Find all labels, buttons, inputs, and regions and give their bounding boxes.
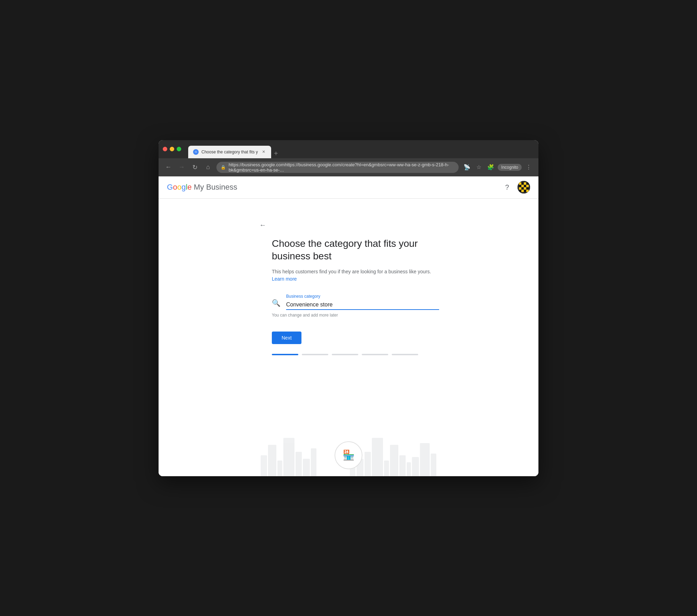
svg-rect-10 xyxy=(519,187,521,190)
search-icon: 🔍 xyxy=(272,299,281,307)
nav-actions: ? xyxy=(501,181,530,193)
google-wordmark: Google xyxy=(167,183,192,192)
page-content: Google My Business ? xyxy=(159,176,538,476)
svg-rect-2 xyxy=(519,182,521,185)
url-domain: https://business.google.com xyxy=(229,162,285,167)
svg-rect-15 xyxy=(521,190,524,192)
minimize-window-button[interactable] xyxy=(170,147,174,151)
tab-title: Choose the category that fits y xyxy=(201,150,258,154)
close-window-button[interactable] xyxy=(163,147,167,151)
main-content: ← Choose the category that fits your bus… xyxy=(159,199,538,476)
google-logo: Google My Business xyxy=(167,183,237,192)
address-actions: 📡 ☆ 🧩 Incognito ⋮ xyxy=(462,162,534,172)
input-label: Business category xyxy=(286,294,439,299)
back-button[interactable]: ← xyxy=(163,162,173,172)
input-wrapper: 🔍 Business category xyxy=(272,294,439,310)
tab-favicon: G xyxy=(193,149,199,155)
progress-segment-3 xyxy=(332,354,358,355)
active-tab[interactable]: G Choose the category that fits y ✕ xyxy=(188,146,271,158)
svg-rect-7 xyxy=(521,185,524,187)
browser-window: G Choose the category that fits y ✕ + ← … xyxy=(159,140,538,476)
svg-rect-11 xyxy=(521,187,524,190)
svg-rect-13 xyxy=(526,187,529,190)
svg-rect-9 xyxy=(526,185,529,187)
svg-rect-6 xyxy=(519,185,521,187)
home-button[interactable]: ⌂ xyxy=(203,162,213,172)
store-illustration: 🏪 xyxy=(335,441,362,469)
learn-more-link[interactable]: Learn more xyxy=(272,276,297,282)
form-container: ← Choose the category that fits your bus… xyxy=(258,220,439,356)
svg-rect-12 xyxy=(524,187,526,190)
input-hint: You can change and add more later xyxy=(272,313,439,318)
progress-segment-4 xyxy=(362,354,388,355)
address-bar: ← → ↻ ⌂ 🔒 https://business.google.comhtt… xyxy=(159,158,538,176)
city-skyline xyxy=(261,438,436,476)
progress-segment-5 xyxy=(392,354,418,355)
traffic-lights xyxy=(163,147,181,151)
bottom-illustration: 🏪 xyxy=(159,438,538,476)
back-arrow-icon: ← xyxy=(259,221,266,229)
svg-rect-14 xyxy=(519,190,521,192)
progress-segment-2 xyxy=(302,354,328,355)
next-button[interactable]: Next xyxy=(272,332,301,344)
lock-icon: 🔒 xyxy=(221,165,226,170)
more-options-icon[interactable]: ⋮ xyxy=(524,162,534,172)
tab-close-button[interactable]: ✕ xyxy=(261,149,266,155)
input-field-wrap: Business category xyxy=(286,294,439,310)
svg-rect-17 xyxy=(526,190,529,192)
business-category-input[interactable] xyxy=(286,300,439,310)
store-icon: 🏪 xyxy=(343,449,355,461)
user-avatar[interactable] xyxy=(518,181,530,193)
bookmark-icon[interactable]: ☆ xyxy=(474,162,484,172)
maximize-window-button[interactable] xyxy=(177,147,181,151)
progress-bar-area xyxy=(272,354,439,355)
input-section: 🔍 Business category You can change and a… xyxy=(272,294,439,318)
svg-rect-3 xyxy=(521,182,524,185)
top-nav: Google My Business ? xyxy=(159,176,538,199)
svg-rect-4 xyxy=(524,182,526,185)
refresh-button[interactable]: ↻ xyxy=(190,162,200,172)
incognito-badge: Incognito xyxy=(498,164,522,171)
extensions-icon[interactable]: 🧩 xyxy=(486,162,496,172)
url-bar[interactable]: 🔒 https://business.google.comhttps://bus… xyxy=(216,162,459,173)
svg-rect-16 xyxy=(524,190,526,192)
page-description: This helps customers find you if they ar… xyxy=(272,268,439,283)
cast-icon[interactable]: 📡 xyxy=(462,162,472,172)
tabs-area: G Choose the category that fits y ✕ + xyxy=(188,140,281,158)
page-title: Choose the category that fits your busin… xyxy=(272,237,439,263)
title-bar: G Choose the category that fits y ✕ + xyxy=(159,140,538,158)
svg-rect-8 xyxy=(524,185,526,187)
help-button[interactable]: ? xyxy=(501,181,513,193)
url-text: https://business.google.comhttps://busin… xyxy=(229,162,454,173)
progress-segment-1 xyxy=(272,354,298,355)
forward-button[interactable]: → xyxy=(177,162,186,172)
back-navigation-button[interactable]: ← xyxy=(258,220,268,230)
help-icon: ? xyxy=(505,183,509,191)
new-tab-button[interactable]: + xyxy=(271,150,281,157)
svg-rect-5 xyxy=(526,182,529,185)
my-business-label: My Business xyxy=(194,183,237,192)
